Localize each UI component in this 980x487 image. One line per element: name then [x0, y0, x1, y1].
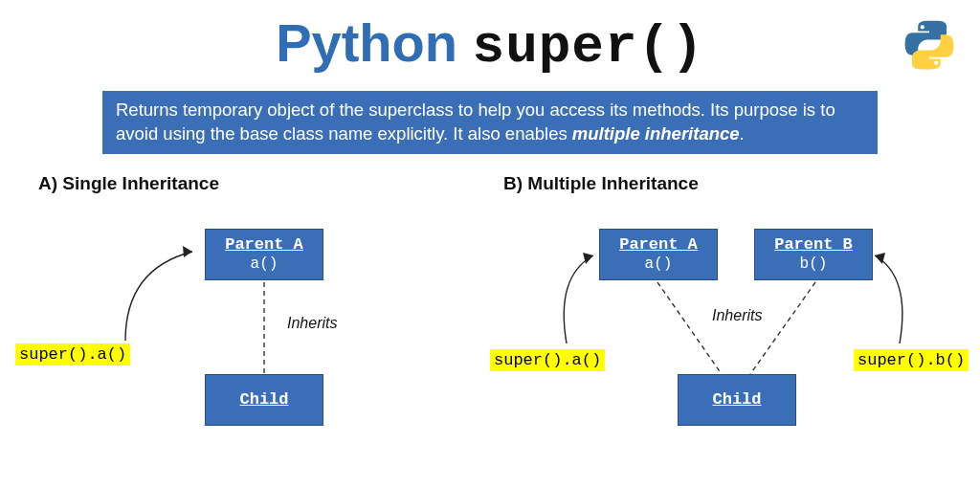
- class-name: Child: [206, 375, 323, 424]
- description-emphasis: multiple inheritance: [572, 123, 740, 144]
- diagram-single-inheritance: A) Single Inheritance Parent_A a() Child…: [34, 173, 480, 227]
- class-box-parent-b: Parent_B b(): [754, 229, 873, 280]
- class-box-child-a: Child: [205, 374, 323, 426]
- heading-b: B) Multiple Inheritance: [503, 173, 946, 194]
- page-title: Python super(): [0, 0, 980, 77]
- class-name: Parent_A: [206, 230, 323, 254]
- call-label-a: super().a(): [15, 343, 130, 365]
- class-box-child-b: Child: [678, 374, 796, 426]
- class-box-parent-a: Parent_A a(): [205, 229, 323, 280]
- heading-a: A) Single Inheritance: [38, 173, 480, 194]
- inherits-label-b: Inherits: [712, 307, 762, 324]
- diagram-multiple-inheritance: B) Multiple Inheritance Parent_A a() Par…: [500, 173, 946, 227]
- super-arrow-b-left: [564, 255, 593, 343]
- class-name: Child: [679, 375, 795, 424]
- arrow-head-a: [183, 246, 192, 257]
- class-method: a(): [206, 254, 323, 279]
- inherits-label-a: Inherits: [287, 315, 337, 332]
- class-name: Parent_B: [755, 230, 872, 254]
- arrow-head-b-right: [875, 253, 885, 264]
- diagram-columns: A) Single Inheritance Parent_A a() Child…: [0, 173, 980, 227]
- description-text-after: .: [740, 123, 745, 144]
- title-word-super: super(): [473, 16, 704, 77]
- inherit-line-b-left: [657, 282, 722, 374]
- class-method: a(): [600, 254, 717, 279]
- call-label-b-b: super().b(): [854, 349, 969, 371]
- title-word-python: Python: [276, 12, 457, 73]
- python-logo-icon: [902, 17, 957, 73]
- arrow-head-b-left: [583, 253, 593, 264]
- class-name: Parent_A: [600, 230, 717, 254]
- description-box: Returns temporary object of the supercla…: [102, 91, 878, 154]
- super-arrow-b-right: [875, 255, 902, 343]
- class-box-parent-a-b: Parent_A a(): [599, 229, 718, 280]
- inherit-line-b-right: [750, 282, 815, 374]
- class-method: b(): [755, 254, 872, 279]
- connectors-b: [500, 173, 946, 487]
- call-label-b-a: super().a(): [490, 349, 605, 371]
- connectors-a: [34, 173, 480, 487]
- super-arrow-a: [125, 252, 192, 341]
